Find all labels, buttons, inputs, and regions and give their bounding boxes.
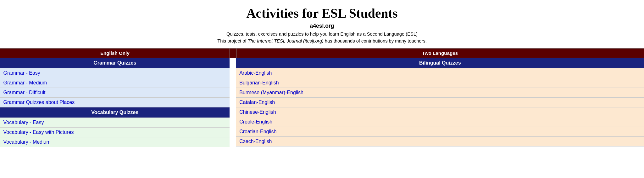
grammar-places-link[interactable]: Grammar Quizzes about Places <box>3 100 75 105</box>
main-layout-table: English Only Two Languages Grammar Quizz… <box>0 48 644 147</box>
desc-line1: Quizzes, tests, exercises and puzzles to… <box>226 32 418 37</box>
page-header: Activities for ESL Students a4esl.org Qu… <box>0 0 644 48</box>
vocab-item-1: Vocabulary - Easy <box>0 118 230 128</box>
desc-line2-prefix: This project of <box>217 38 248 43</box>
content-row: Grammar Quizzes Grammar - Easy Grammar -… <box>0 58 644 147</box>
domain-name: a4esl.org <box>6 23 638 29</box>
description: Quizzes, tests, exercises and puzzles to… <box>6 31 638 44</box>
bilingual-item-3: Burmese (Myanmar)-English <box>236 88 644 98</box>
vocab-easy-pictures-link[interactable]: Vocabulary - Easy with Pictures <box>3 129 74 135</box>
burmese-english-link[interactable]: Burmese (Myanmar)-English <box>239 90 303 95</box>
croatian-english-link[interactable]: Croatian-English <box>239 129 276 134</box>
vocab-item-2: Vocabulary - Easy with Pictures <box>0 128 230 137</box>
chinese-english-link[interactable]: Chinese-English <box>239 109 276 115</box>
grammar-easy-link[interactable]: Grammar - Easy <box>3 70 40 76</box>
grammar-item-3: Grammar - Difficult <box>0 88 230 98</box>
vocab-section-header: Vocabulary Quizzes <box>0 107 230 118</box>
bilingual-item-4: Catalan-English <box>236 98 644 107</box>
bilingual-item-6: Creole-English <box>236 117 644 127</box>
bilingual-section-header-row: Bilingual Quizzes <box>236 58 644 68</box>
grammar-item-2: Grammar - Medium <box>0 78 230 88</box>
divider-content <box>230 58 236 147</box>
grammar-item-4: Grammar Quizzes about Places <box>0 98 230 107</box>
arabic-english-link[interactable]: Arabic-English <box>239 70 272 76</box>
bilingual-table: Bilingual Quizzes Arabic-English Bulgari… <box>236 58 644 146</box>
bilingual-item-2: Bulgarian-English <box>236 78 644 88</box>
grammar-difficult-link[interactable]: Grammar - Difficult <box>3 90 46 95</box>
grammar-item-1: Grammar - Easy <box>0 68 230 78</box>
grammar-section-header: Grammar Quizzes <box>0 58 230 68</box>
vocab-medium-link[interactable]: Vocabulary - Medium <box>3 139 51 145</box>
two-languages-header: Two Languages <box>236 49 644 58</box>
bilingual-item-1: Arabic-English <box>236 68 644 78</box>
bilingual-item-8: Czech-English <box>236 137 644 146</box>
vocab-section-header-row: Vocabulary Quizzes <box>0 107 230 118</box>
vocab-easy-link[interactable]: Vocabulary - Easy <box>3 120 44 125</box>
english-only-table: Grammar Quizzes Grammar - Easy Grammar -… <box>0 58 230 147</box>
czech-english-link[interactable]: Czech-English <box>239 139 272 144</box>
catalan-english-link[interactable]: Catalan-English <box>239 100 275 105</box>
divider <box>230 49 236 58</box>
bilingual-item-7: Croatian-English <box>236 127 644 137</box>
english-only-header: English Only <box>0 49 230 58</box>
right-content: Bilingual Quizzes Arabic-English Bulgari… <box>236 58 644 147</box>
bulgarian-english-link[interactable]: Bulgarian-English <box>239 80 279 85</box>
bilingual-section-header: Bilingual Quizzes <box>236 58 644 68</box>
bilingual-item-5: Chinese-English <box>236 107 644 117</box>
page-title: Activities for ESL Students <box>6 6 638 21</box>
desc-journal: The Internet TESL Journal (iteslj.org) <box>248 38 324 43</box>
column-headers-row: English Only Two Languages <box>0 49 644 58</box>
grammar-section-header-row: Grammar Quizzes <box>0 58 230 68</box>
grammar-medium-link[interactable]: Grammar - Medium <box>3 80 47 85</box>
desc-line2-suffix: has thousands of contributions by many t… <box>324 38 427 43</box>
vocab-item-3: Vocabulary - Medium <box>0 137 230 147</box>
left-content: Grammar Quizzes Grammar - Easy Grammar -… <box>0 58 230 147</box>
creole-english-link[interactable]: Creole-English <box>239 119 272 124</box>
